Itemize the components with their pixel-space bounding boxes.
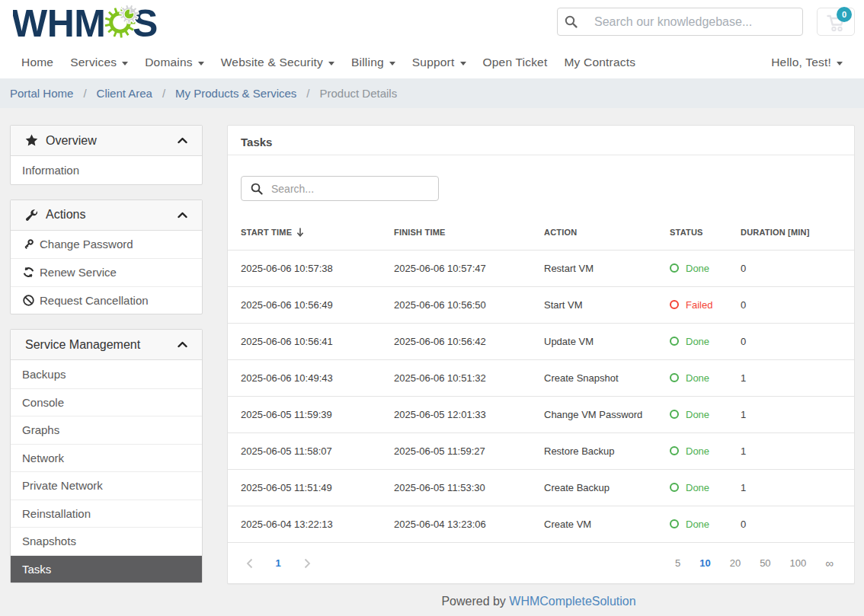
ban-icon [22, 295, 34, 306]
page-next-button[interactable] [293, 558, 322, 569]
sidebar-item-graphs[interactable]: Graphs [11, 416, 202, 444]
panel-overview-body: Information [11, 156, 202, 184]
panel-actions-header[interactable]: Actions [11, 200, 202, 231]
column-action[interactable]: ACTION [531, 215, 657, 250]
table-row[interactable]: 2025-06-05 11:58:07 2025-06-05 11:59:27 … [228, 432, 854, 469]
nav-support[interactable]: Support [412, 56, 466, 69]
cell-action: Restore Backup [531, 432, 657, 469]
page-size-5[interactable]: 5 [675, 557, 680, 569]
breadcrumb-current: Product Details [319, 87, 397, 100]
cell-start-time: 2025-06-05 11:58:07 [228, 432, 381, 469]
panel-actions-body: Change Password Renew Service Request Ca… [11, 231, 202, 314]
chevron-up-icon[interactable] [178, 212, 187, 219]
cell-action: Change VM Password [531, 396, 657, 432]
sidebar-item-reinstallation[interactable]: Reinstallation [11, 500, 202, 528]
tasks-table: START TIME FINISH TIME ACTION STATUS DUR… [228, 215, 854, 542]
cell-finish-time: 2025-06-05 11:59:27 [381, 432, 531, 469]
nav-website-security[interactable]: Website & Security [221, 56, 334, 69]
nav-home[interactable]: Home [21, 56, 53, 69]
page-size-all[interactable]: ∞ [825, 557, 834, 570]
cell-finish-time: 2025-06-06 10:56:42 [381, 323, 531, 359]
cell-duration: 1 [728, 432, 854, 469]
page-prev-button[interactable] [235, 558, 264, 569]
key-icon [22, 238, 34, 250]
cell-action: Update VM [531, 323, 657, 359]
knowledgebase-search [557, 8, 803, 36]
panel-overview-header[interactable]: Overview [11, 126, 202, 156]
knowledgebase-search-input[interactable] [594, 15, 802, 29]
page-number-current[interactable]: 1 [264, 557, 293, 569]
sidebar-item-renew-service[interactable]: Renew Service [11, 258, 202, 286]
table-row[interactable]: 2025-06-04 13:22:13 2025-06-04 13:23:06 … [228, 506, 854, 542]
panel-service-management: Service Management Backups Console Graph… [10, 329, 203, 583]
cell-start-time: 2025-06-05 11:51:49 [228, 469, 381, 506]
sidebar-item-request-cancellation[interactable]: Request Cancellation [11, 286, 202, 314]
table-row[interactable]: 2025-06-06 10:56:49 2025-06-06 10:56:50 … [228, 286, 854, 323]
table-header-row: START TIME FINISH TIME ACTION STATUS DUR… [228, 215, 854, 250]
sidebar-item-backups[interactable]: Backups [11, 360, 202, 388]
caret-down-icon [328, 62, 334, 65]
cell-finish-time: 2025-06-06 10:56:50 [381, 286, 531, 323]
whmcs-logo[interactable]: WHM S [13, 4, 158, 39]
cell-start-time: 2025-06-06 10:56:49 [228, 286, 381, 323]
column-status[interactable]: STATUS [657, 215, 728, 250]
nav-open-ticket[interactable]: Open Ticket [483, 56, 548, 69]
column-start-time[interactable]: START TIME [228, 215, 381, 250]
breadcrumb: Portal Home / Client Area / My Products … [0, 78, 864, 108]
nav-billing[interactable]: Billing [351, 56, 395, 69]
page-size-50[interactable]: 50 [760, 557, 770, 569]
page-size-10[interactable]: 10 [699, 557, 710, 569]
column-duration[interactable]: DURATION [MIN] [728, 215, 854, 250]
status-ring-icon [670, 263, 679, 273]
cell-status: Done [657, 359, 728, 396]
breadcrumb-client-area[interactable]: Client Area [97, 87, 152, 100]
page-size-100[interactable]: 100 [790, 557, 807, 569]
cell-start-time: 2025-06-05 11:59:39 [228, 396, 381, 432]
cell-start-time: 2025-06-04 13:22:13 [228, 506, 381, 542]
cell-duration: 1 [728, 396, 854, 432]
sidebar-item-console[interactable]: Console [11, 388, 202, 417]
panel-service-management-header[interactable]: Service Management [11, 330, 202, 360]
sidebar-item-snapshots[interactable]: Snapshots [11, 527, 202, 555]
sidebar-item-private-network[interactable]: Private Network [11, 471, 202, 500]
breadcrumb-portal-home[interactable]: Portal Home [10, 87, 73, 100]
nav-services[interactable]: Services [70, 56, 128, 69]
search-icon [565, 15, 578, 28]
status-text: Failed [686, 299, 712, 311]
sidebar-item-network[interactable]: Network [11, 444, 202, 472]
nav-user-menu[interactable]: Hello, Test! [771, 56, 843, 69]
caret-down-icon [837, 62, 843, 65]
status-ring-icon [670, 519, 679, 528]
cell-action: Start VM [531, 286, 657, 323]
cell-finish-time: 2025-06-04 13:23:06 [381, 506, 531, 542]
table-row[interactable]: 2025-06-06 10:49:43 2025-06-06 10:51:32 … [228, 359, 854, 396]
nav-my-contracts[interactable]: My Contracts [564, 56, 635, 69]
sidebar-item-change-password[interactable]: Change Password [11, 231, 202, 259]
page-size-20[interactable]: 20 [730, 557, 741, 569]
cart-button[interactable]: 0 [817, 8, 855, 36]
breadcrumb-my-products-services[interactable]: My Products & Services [175, 87, 296, 100]
cell-action: Create Snapshot [531, 359, 657, 396]
table-row[interactable]: 2025-06-05 11:59:39 2025-06-05 12:01:33 … [228, 396, 854, 432]
table-row[interactable]: 2025-06-05 11:51:49 2025-06-05 11:53:30 … [228, 469, 854, 506]
angle-left-icon [246, 558, 253, 569]
tasks-card: Tasks START TIME FINISH TIME ACTION STAT… [227, 125, 855, 584]
sidebar: Overview Information Actions C [10, 125, 203, 583]
whmcompletesolution-link[interactable]: WHMCompleteSolution [509, 595, 635, 608]
chevron-up-icon[interactable] [178, 137, 187, 144]
caret-down-icon [389, 62, 395, 65]
main-nav: Home Services Domains Website & Security… [0, 46, 864, 78]
cell-action: Create Backup [531, 469, 657, 506]
column-finish-time[interactable]: FINISH TIME [381, 215, 531, 250]
nav-domains[interactable]: Domains [145, 56, 204, 69]
table-search-input[interactable] [271, 183, 438, 195]
sidebar-item-tasks[interactable]: Tasks [11, 555, 202, 583]
sidebar-item-information[interactable]: Information [11, 156, 202, 184]
powered-by-text: Powered by [441, 595, 506, 608]
cell-start-time: 2025-06-06 10:57:38 [228, 250, 381, 286]
chevron-up-icon[interactable] [178, 341, 187, 348]
cell-status: Done [657, 432, 728, 469]
status-text: Done [686, 482, 709, 493]
table-row[interactable]: 2025-06-06 10:57:38 2025-06-06 10:57:47 … [228, 250, 854, 286]
table-row[interactable]: 2025-06-06 10:56:41 2025-06-06 10:56:42 … [228, 323, 854, 359]
